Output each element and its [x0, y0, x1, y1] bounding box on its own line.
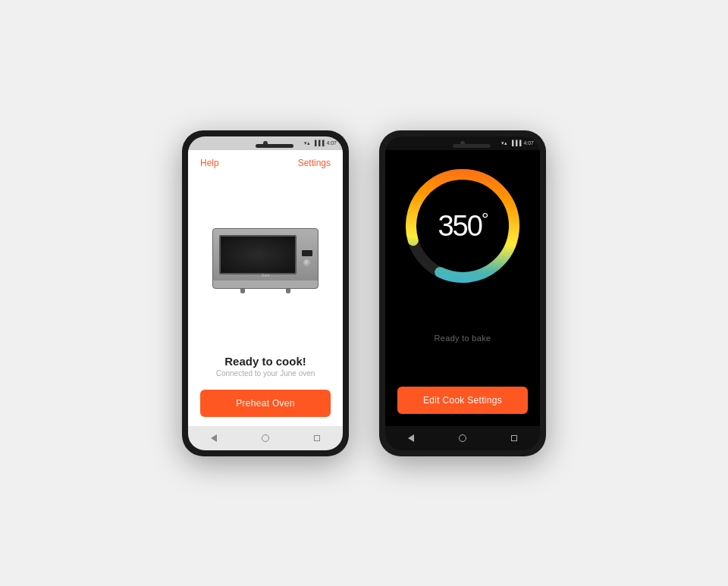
phone-2-nav-bar: [385, 426, 540, 450]
preheat-oven-button[interactable]: Preheat Oven: [200, 390, 331, 417]
temperature-value: 350: [438, 210, 481, 242]
oven-foot-right: [286, 289, 290, 293]
oven-display: [302, 250, 312, 256]
phone-2-content: 350° Ready to bake Edit Cook Settings: [385, 150, 540, 426]
phone-2-screen: ▾▴ ▐▐▐ 4:07: [385, 136, 540, 450]
phone-1-status-bar: ▾▴ ▐▐▐ 4:07: [188, 136, 343, 150]
oven-feet: [212, 289, 318, 293]
edit-cook-settings-button[interactable]: Edit Cook Settings: [397, 387, 528, 414]
signal-icon: ▐▐▐: [312, 140, 324, 146]
oven-bottom-bar: [213, 280, 318, 288]
phone-2-speaker: [453, 144, 491, 148]
ready-title: Ready to cook!: [200, 355, 331, 368]
status-icons: ▾▴ ▐▐▐ 4:07: [304, 140, 337, 146]
oven-body: June: [212, 228, 318, 289]
recents-icon-dark: [511, 435, 517, 441]
back-button[interactable]: [208, 432, 220, 444]
ready-section: Ready to cook! Connected to your June ov…: [188, 352, 343, 384]
phone-2: ▾▴ ▐▐▐ 4:07: [379, 130, 546, 456]
ready-to-bake-text: Ready to bake: [435, 334, 491, 343]
temperature-dial[interactable]: 350°: [402, 165, 523, 287]
oven-window: [219, 235, 297, 274]
home-button-dark[interactable]: [457, 432, 469, 444]
wifi-icon: ▾▴: [304, 140, 310, 146]
phone-1-speaker: [256, 144, 293, 148]
time-display-dark: 4:07: [523, 140, 534, 146]
settings-link[interactable]: Settings: [298, 158, 331, 168]
time-display: 4:07: [326, 140, 337, 146]
oven-controls: [300, 235, 315, 282]
oven-brand: June: [262, 273, 270, 277]
phones-container: ▾▴ ▐▐▐ 4:07 Help Settings: [182, 130, 546, 456]
home-icon: [262, 434, 269, 442]
back-button-dark[interactable]: [405, 432, 417, 444]
recents-button-dark[interactable]: [508, 432, 520, 444]
back-icon-dark: [408, 434, 414, 442]
phone-1: ▾▴ ▐▐▐ 4:07 Help Settings: [182, 130, 349, 456]
back-icon: [211, 434, 217, 442]
wifi-icon-dark: ▾▴: [501, 140, 507, 146]
oven-foot-left: [240, 289, 245, 293]
phone-1-nav-bar: [188, 426, 343, 450]
oven-window-inner: [221, 237, 295, 273]
home-icon-dark: [459, 434, 466, 442]
ready-subtitle: Connected to your June oven: [200, 369, 331, 378]
oven-knob: [303, 259, 311, 267]
app-header: Help Settings: [188, 150, 343, 173]
help-link[interactable]: Help: [200, 158, 219, 168]
phone-1-content: Help Settings: [188, 150, 343, 426]
oven-illustration: June: [212, 228, 318, 296]
temperature-unit: °: [482, 208, 488, 229]
home-button[interactable]: [259, 432, 271, 444]
phone-2-status-bar: ▾▴ ▐▐▐ 4:07: [385, 136, 540, 150]
temperature-display: 350°: [438, 208, 487, 243]
oven-image-container: June: [188, 173, 343, 352]
recents-icon: [314, 435, 320, 441]
signal-icon-dark: ▐▐▐: [510, 140, 521, 146]
phone-1-screen: ▾▴ ▐▐▐ 4:07 Help Settings: [188, 136, 343, 450]
recents-button[interactable]: [311, 432, 323, 444]
status-icons-dark: ▾▴ ▐▐▐ 4:07: [501, 140, 534, 146]
